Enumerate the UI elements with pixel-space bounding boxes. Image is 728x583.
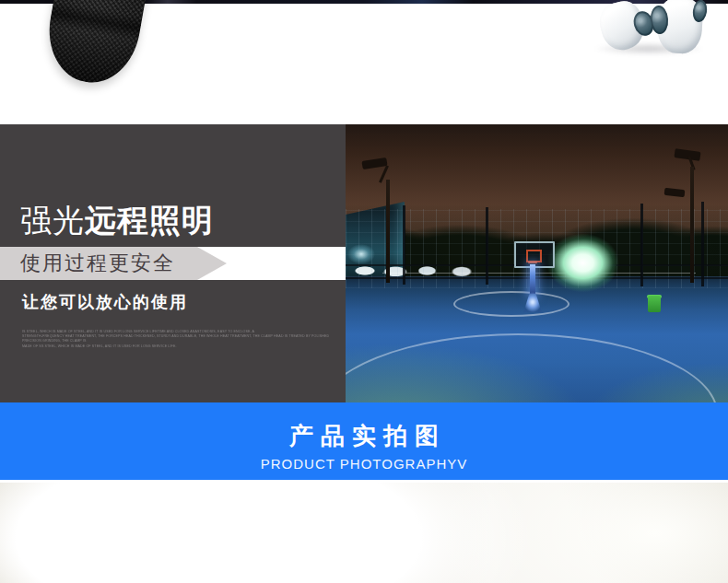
feature-title-regular: 强光 (20, 203, 85, 238)
feature-text-panel: 强光远程照明 使用过程更安全 让您可以放心的使用 IS STEEL, WHICH… (0, 124, 346, 402)
fence-post (403, 205, 405, 285)
night-court-photo (346, 124, 728, 402)
street-lamp-right (674, 148, 700, 161)
feature-section: 强光远程照明 使用过程更安全 让您可以放心的使用 IS STEEL, WHICH… (0, 124, 728, 402)
light-glow-photo (0, 483, 728, 583)
hoop-pole-lit (530, 264, 535, 294)
street-lamp-left-pole (386, 180, 390, 283)
court-arc-line (346, 333, 718, 402)
feature-ribbon-label: 使用过程更安全 (20, 247, 175, 280)
fence-post (701, 202, 704, 286)
flashlight-tail-photo (41, 0, 157, 89)
feature-ribbon: 使用过程更安全 (0, 247, 346, 280)
trash-bin (648, 296, 661, 312)
product-detail-page: 强光远程照明 使用过程更安全 让您可以放心的使用 IS STEEL, WHICH… (0, 0, 728, 583)
top-product-strip (0, 0, 728, 124)
fence-post (486, 207, 488, 285)
fine-print-line: MADE OF SS STEEL, WHICH IS MADE OF STEEL… (22, 344, 321, 348)
basketball-rim (528, 261, 537, 263)
feature-fine-print: IS STEEL, WHICH IS MADE OF STEEL, AND IT… (22, 329, 321, 349)
banner-subtitle: PRODUCT PHOTOGRAPHYV (0, 456, 728, 472)
banner-title: 产品实拍图 (0, 402, 728, 452)
section-banner: 产品实拍图 PRODUCT PHOTOGRAPHYV (0, 402, 728, 480)
device-wheel-right (691, 0, 708, 23)
fence-post (640, 204, 643, 286)
feature-title-bold: 远程照明 (85, 203, 214, 238)
feature-subtitle: 让您可以放心的使用 (22, 291, 188, 313)
feature-title: 强光远程照明 (20, 202, 214, 239)
white-device-photo (590, 0, 719, 64)
street-lamp-left (361, 157, 387, 169)
street-lamp-right-lower (664, 188, 686, 197)
street-lamp-right-pole (690, 167, 694, 283)
